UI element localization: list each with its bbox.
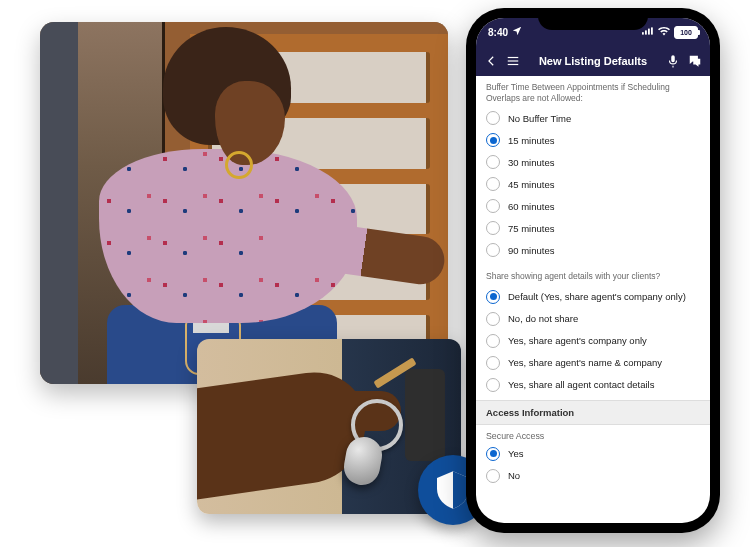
buffer-option-0[interactable]: No Buffer Time <box>476 107 710 129</box>
option-label: Default (Yes, share agent's company only… <box>508 291 686 302</box>
option-label: 60 minutes <box>508 201 554 212</box>
photo-woman-opening-door <box>40 22 448 384</box>
settings-scroll[interactable]: Buffer Time Between Appointments if Sche… <box>476 76 710 523</box>
mic-icon[interactable] <box>666 54 680 68</box>
radio-icon <box>486 447 500 461</box>
secure-access-label: Secure Access <box>476 425 710 443</box>
radio-icon <box>486 378 500 392</box>
option-label: 45 minutes <box>508 179 554 190</box>
chat-icon[interactable] <box>688 54 702 68</box>
radio-icon <box>486 155 500 169</box>
share-option-0[interactable]: Default (Yes, share agent's company only… <box>476 286 710 308</box>
radio-icon <box>486 469 500 483</box>
svg-rect-5 <box>508 60 519 61</box>
decorative-person <box>65 27 395 384</box>
buffer-section-label: Buffer Time Between Appointments if Sche… <box>476 76 710 107</box>
svg-rect-3 <box>651 27 653 34</box>
share-option-4[interactable]: Yes, share all agent contact details <box>476 374 710 396</box>
radio-icon <box>486 199 500 213</box>
app-header: New Listing Defaults <box>476 46 710 76</box>
radio-icon <box>486 133 500 147</box>
buffer-option-3[interactable]: 45 minutes <box>476 173 710 195</box>
svg-rect-2 <box>648 29 650 35</box>
option-label: Yes <box>508 448 524 459</box>
option-label: Yes, share agent's company only <box>508 335 647 346</box>
svg-rect-6 <box>508 64 519 65</box>
option-label: 30 minutes <box>508 157 554 168</box>
radio-icon <box>486 221 500 235</box>
access-section-header: Access Information <box>476 400 710 425</box>
option-label: No Buffer Time <box>508 113 571 124</box>
radio-icon <box>486 312 500 326</box>
radio-icon <box>486 356 500 370</box>
location-icon <box>512 26 522 38</box>
back-icon[interactable] <box>484 54 498 68</box>
radio-icon <box>486 243 500 257</box>
phone-screen: 8:40 100 New Listing <box>476 18 710 523</box>
svg-rect-4 <box>508 57 519 58</box>
option-label: No <box>508 470 520 481</box>
wifi-icon <box>658 26 670 38</box>
option-label: Yes, share agent's name & company <box>508 357 662 368</box>
svg-rect-0 <box>642 32 644 34</box>
buffer-option-5[interactable]: 75 minutes <box>476 217 710 239</box>
buffer-option-4[interactable]: 60 minutes <box>476 195 710 217</box>
option-label: No, do not share <box>508 313 578 324</box>
share-section-label: Share showing agent details with your cl… <box>476 265 710 286</box>
radio-icon <box>486 290 500 304</box>
option-label: Yes, share all agent contact details <box>508 379 654 390</box>
access-option-0[interactable]: Yes <box>476 443 710 465</box>
menu-icon[interactable] <box>506 54 520 68</box>
status-time: 8:40 <box>488 27 508 38</box>
option-label: 15 minutes <box>508 135 554 146</box>
access-option-1[interactable]: No <box>476 465 710 487</box>
phone-mockup: 8:40 100 New Listing <box>466 8 720 533</box>
signal-icon <box>642 26 654 38</box>
share-option-1[interactable]: No, do not share <box>476 308 710 330</box>
buffer-option-2[interactable]: 30 minutes <box>476 151 710 173</box>
buffer-option-1[interactable]: 15 minutes <box>476 129 710 151</box>
radio-icon <box>486 177 500 191</box>
option-label: 90 minutes <box>508 245 554 256</box>
option-label: 75 minutes <box>508 223 554 234</box>
radio-icon <box>486 334 500 348</box>
share-option-3[interactable]: Yes, share agent's name & company <box>476 352 710 374</box>
radio-icon <box>486 111 500 125</box>
svg-rect-1 <box>645 30 647 34</box>
page-title: New Listing Defaults <box>528 55 658 67</box>
buffer-option-6[interactable]: 90 minutes <box>476 239 710 261</box>
battery-indicator: 100 <box>674 26 698 39</box>
share-option-2[interactable]: Yes, share agent's company only <box>476 330 710 352</box>
